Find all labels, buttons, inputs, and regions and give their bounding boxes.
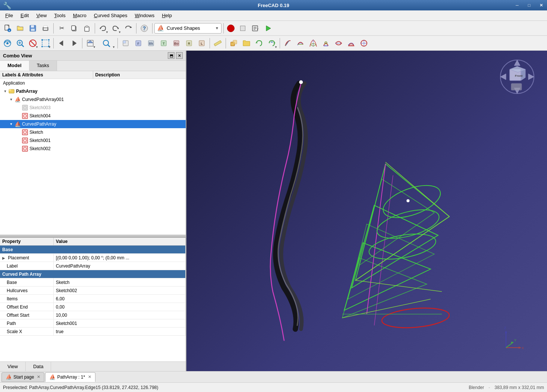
tree-row-curvedpatharray001[interactable]: ▼ ⛵ CurvedPathArray001 — [0, 95, 186, 104]
create-group-button[interactable] — [228, 37, 240, 49]
tab-tasks[interactable]: Tasks — [29, 61, 57, 71]
prop-row-path[interactable]: Path Sketch001 — [0, 319, 186, 328]
prop-row-scalex[interactable]: Scale X true — [0, 328, 186, 336]
curved-icon7-button[interactable] — [358, 37, 370, 49]
view-front-button[interactable]: F — [132, 37, 144, 49]
edit-macro-button[interactable] — [249, 22, 261, 34]
tree-row-patharray[interactable]: ▼ PathArray — [0, 87, 186, 95]
prop-row-base[interactable]: Base Sketch — [0, 278, 186, 287]
view-right-button[interactable]: R — [183, 37, 195, 49]
svg-rect-44 — [123, 41, 126, 43]
sync-view-button[interactable] — [1, 37, 13, 49]
execute-macro-button[interactable] — [262, 22, 274, 34]
view-bottom-button[interactable]: Bo — [170, 37, 182, 49]
refresh-button[interactable] — [122, 22, 134, 34]
stop-button[interactable] — [237, 22, 249, 34]
menu-curved-shapes[interactable]: Curved Shapes — [90, 11, 131, 20]
view-back-button[interactable]: Bk — [145, 37, 157, 49]
svg-line-91 — [355, 280, 442, 291]
view-home2-button[interactable] — [120, 37, 132, 49]
curved-icon6-button[interactable] — [345, 37, 357, 49]
prop-val-offset-start[interactable]: 10,00 — [53, 311, 185, 319]
curved-icon4-button[interactable] — [320, 37, 332, 49]
no-action-button[interactable]: ▼ — [27, 37, 39, 49]
view-left-button[interactable]: L — [196, 37, 208, 49]
viewport[interactable]: Front X Z Y — [186, 51, 547, 371]
menu-macro[interactable]: Macro — [69, 11, 90, 20]
menu-view[interactable]: View — [32, 11, 50, 20]
prop-row-placement[interactable]: ▶ Placement [(0,00 0,00 1,00); 0,00 °; (… — [0, 254, 186, 262]
placement-expand-icon[interactable]: ▶ — [2, 256, 5, 260]
copy-button[interactable] — [68, 22, 80, 34]
menu-file[interactable]: File — [1, 11, 17, 20]
toggle-curvedpatharray[interactable]: ▼ — [9, 122, 13, 126]
close-button[interactable]: ✕ — [535, 0, 547, 10]
save-button[interactable] — [27, 22, 39, 34]
menu-windows[interactable]: Windows — [131, 11, 158, 20]
toggle-curvedpatharray001[interactable]: ▼ — [9, 97, 13, 102]
undo-button[interactable]: ▼ — [97, 22, 109, 34]
prop-val-offset-end[interactable]: 0,00 — [53, 303, 185, 311]
prop-val-hullcurves[interactable]: Sketch002 — [53, 287, 185, 295]
svg-point-93 — [406, 199, 409, 202]
view-top-button[interactable]: T — [158, 37, 170, 49]
prop-row-items[interactable]: Items 6,00 — [0, 295, 186, 303]
prop-val-base[interactable]: Sketch — [53, 278, 185, 287]
prop-row-offset-end[interactable]: Offset End 0,00 — [0, 303, 186, 311]
combo-view-close-button[interactable]: ✕ — [176, 52, 183, 59]
maximize-button[interactable]: □ — [523, 0, 535, 10]
measure-button[interactable] — [212, 37, 224, 49]
btab-patharray-close[interactable]: ✕ — [88, 374, 91, 379]
minimize-button[interactable]: ─ — [511, 0, 523, 10]
redo-button[interactable]: ▼ — [110, 22, 122, 34]
prop-tab-data[interactable]: Data — [26, 362, 51, 371]
curved-icon2-button[interactable] — [295, 37, 306, 49]
curved-icon3-button[interactable] — [307, 37, 319, 49]
bounding-box-button[interactable]: ▼ — [40, 37, 51, 49]
view-home-button[interactable]: ▼ — [84, 37, 96, 49]
btab-start-page-close[interactable]: ✕ — [37, 374, 40, 379]
workbench-selector[interactable]: ⛵ Curved Shapes ▼ — [154, 23, 221, 34]
btab-patharray[interactable]: ⛵ PathArray : 1* ✕ — [45, 372, 95, 382]
prop-val-items[interactable]: 6,00 — [53, 295, 185, 303]
prop-row-label[interactable]: Label CurvedPathArray — [0, 262, 186, 270]
combo-view-float-button[interactable]: ⬒ — [168, 52, 175, 59]
zoom-selector[interactable]: ▼ — [97, 37, 116, 49]
folder-button[interactable] — [241, 37, 252, 49]
prop-row-offset-start[interactable]: Offset Start 10,00 — [0, 311, 186, 319]
nav-cube[interactable]: Front — [499, 58, 536, 95]
paste-button[interactable] — [81, 22, 93, 34]
new-button[interactable]: + — [1, 22, 13, 34]
curved-icon5-button[interactable] — [333, 37, 345, 49]
tree-row-sketch[interactable]: Sketch — [0, 128, 186, 136]
record-button[interactable] — [227, 25, 235, 32]
print-button[interactable] — [40, 22, 51, 34]
prop-val-placement[interactable]: [(0,00 0,00 1,00); 0,00 °; (0,00 mm ... — [53, 254, 185, 262]
prop-tab-view[interactable]: View — [0, 362, 26, 371]
tree-row-sketch004[interactable]: Sketch004 — [0, 112, 186, 120]
tree-row-sketch002[interactable]: Sketch002 — [0, 145, 186, 153]
menu-edit[interactable]: Edit — [17, 11, 32, 20]
refresh2-button[interactable] — [253, 37, 265, 49]
prop-val-scalex[interactable]: true — [53, 328, 185, 336]
nav-forward-button[interactable] — [68, 37, 80, 49]
tab-model[interactable]: Model — [0, 61, 29, 71]
prop-val-path[interactable]: Sketch001 — [53, 319, 185, 328]
tree-row-sketch001[interactable]: Sketch001 — [0, 136, 186, 145]
export-button[interactable]: ▼ — [266, 37, 278, 49]
nav-backward-button[interactable] — [56, 37, 67, 49]
menu-tools[interactable]: Tools — [50, 11, 69, 20]
curved-icon1-button[interactable] — [282, 37, 294, 49]
tree-row-sketch003[interactable]: Sketch003 — [0, 104, 186, 112]
btab-start-page[interactable]: ⛵ Start page ✕ — [1, 372, 44, 382]
zoom-fit-button[interactable] — [14, 37, 26, 49]
cut-button[interactable]: ✂ — [56, 22, 67, 34]
whats-this-button[interactable]: ? — [138, 22, 150, 34]
toggle-patharray[interactable]: ▼ — [3, 89, 7, 94]
open-button[interactable] — [14, 22, 26, 34]
prop-row-hullcurves[interactable]: Hullcurves Sketch002 — [0, 287, 186, 295]
svg-rect-12 — [86, 26, 88, 28]
prop-val-label[interactable]: CurvedPathArray — [53, 262, 185, 270]
tree-row-curvedpatharray[interactable]: ▼ ⛵ CurvedPathArray — [0, 120, 186, 128]
menu-help[interactable]: Help — [158, 11, 176, 20]
